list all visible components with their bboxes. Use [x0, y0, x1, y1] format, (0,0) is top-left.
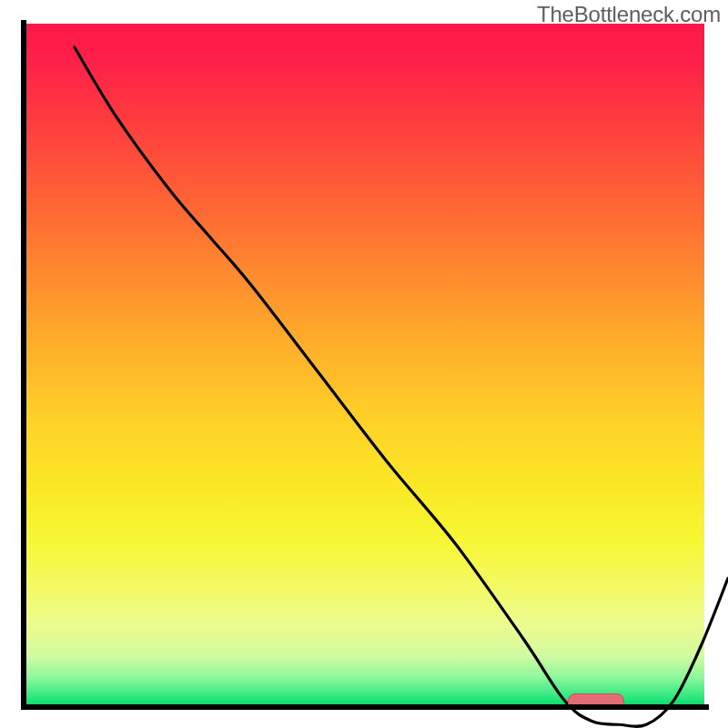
- axis-bottom: [21, 704, 709, 710]
- chart-container: TheBottleneck.com: [0, 0, 728, 728]
- axis-left: [21, 20, 26, 709]
- plot-area: [24, 24, 704, 704]
- curve-path: [75, 47, 728, 726]
- bottleneck-curve: [47, 47, 728, 728]
